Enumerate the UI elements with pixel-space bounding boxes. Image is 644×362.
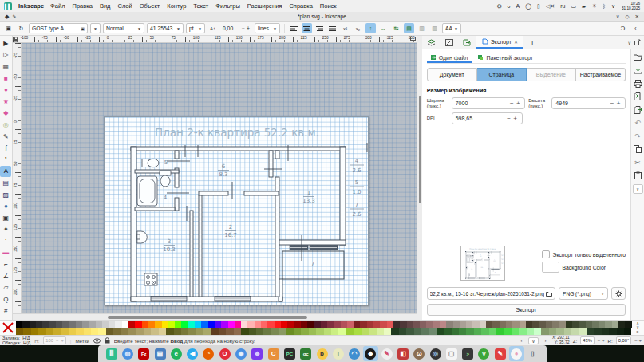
swatch-row1-58[interactable] [400,321,406,328]
swatch-row2-13[interactable] [113,328,121,335]
close-button[interactable]: ✕ [635,14,639,20]
swatch-row2-31[interactable] [249,328,256,335]
swatch-row1-68[interactable] [466,321,472,328]
swatch-row1-56[interactable] [387,321,393,328]
dock-pycharm[interactable]: PC [283,348,295,360]
font-style-select[interactable]: Normal▼ [103,23,144,33]
display-icon[interactable]: ▭ [571,2,576,10]
line-height-button[interactable]: ↕ [365,23,376,33]
dock-clion[interactable]: C [267,348,279,360]
swatch-row1-13[interactable] [102,321,109,328]
swatch-row1-46[interactable] [321,321,327,328]
dpi-input[interactable]: 598,65−+ [452,112,523,124]
palette-scroll-controls[interactable]: ∧∨≡ [631,321,644,335]
menu-7[interactable]: Текст [193,2,208,10]
layer-lock-icon[interactable] [105,337,110,344]
swatch-row2-81[interactable] [624,328,631,335]
mode-настраиваемое[interactable]: Настраиваемое [576,68,626,81]
word-spacing-button[interactable]: ↹ [391,23,401,33]
swatch-row1-67[interactable] [460,321,466,328]
swatch-row2-35[interactable] [279,328,286,335]
mode-страница[interactable]: Страница [477,68,527,81]
swatch-row1-33[interactable] [235,321,241,328]
swatch-row2-23[interactable] [188,328,196,335]
swatch-row1-85[interactable] [579,321,585,328]
swatch-row2-24[interactable] [196,328,203,335]
swatch-row2-64[interactable] [496,328,504,335]
dock-drawio[interactable]: ◧ [397,348,409,360]
swatch-row1-55[interactable] [380,321,386,328]
cut-icon[interactable]: ✂ [633,157,643,167]
swatch-row1-59[interactable] [407,321,413,328]
swatch-row1-12[interactable] [96,321,102,328]
swatch-row2-66[interactable] [512,328,519,335]
dropper-tool[interactable]: ● [0,200,11,212]
swatch-row1-61[interactable] [420,321,426,328]
swatch-row2-22[interactable] [181,328,188,335]
horizontal-scrollbar[interactable] [13,313,417,320]
display-corner-icon[interactable] [410,37,416,41]
translate-icon[interactable]: A [516,2,520,10]
canvas[interactable] [22,43,417,313]
dock-filezilla[interactable]: Fz [138,348,150,360]
dock-manjaro[interactable]: Ⅲ [105,348,117,360]
format-select[interactable]: PNG (*.png)∨ [559,287,608,300]
selector-tool[interactable]: ▶ [0,37,11,49]
swatch-row2-42[interactable] [331,328,338,335]
tab-single-file[interactable]: Один файл [427,53,473,63]
swatch-row1-6[interactable] [56,321,62,328]
tab-text[interactable]: T [525,36,539,49]
horizontal-text-button[interactable]: ▤ [404,23,414,33]
export-selected-checkbox[interactable] [542,250,550,258]
chevron-down-icon[interactable]: ∨ [611,2,615,10]
swatch-row1-49[interactable] [341,321,347,328]
swatch-row2-21[interactable] [174,328,181,335]
ruler-lock-icon[interactable] [14,37,18,42]
swatch-row2-15[interactable] [128,328,136,335]
export-settings-button[interactable] [611,287,626,300]
swatch-row1-66[interactable] [453,321,460,328]
swatch-row2-40[interactable] [316,328,323,335]
swatch-row2-38[interactable] [301,328,308,335]
open-folder-icon[interactable] [633,52,643,62]
swatch-row1-50[interactable] [347,321,354,328]
xml-tool[interactable]: # [0,305,11,317]
clock[interactable]: 10:2631.10.2025 [622,2,640,10]
pen-tool[interactable]: ∫ [0,142,11,154]
swatch-row1-57[interactable] [393,321,400,328]
swatch-row2-41[interactable] [324,328,331,335]
swatch-row1-45[interactable] [314,321,320,328]
swatch-row2-10[interactable] [91,328,98,335]
menu-9[interactable]: Расширения [247,2,282,10]
menu-2[interactable]: Правка [73,2,93,10]
swatch-row2-55[interactable] [429,328,436,335]
swatch-row2-49[interactable] [384,328,391,335]
dock-opera[interactable]: O [219,348,231,360]
swatch-row2-73[interactable] [564,328,571,335]
node-tool[interactable]: ▷ [0,49,11,61]
settings-icon[interactable]: ⛭ [497,2,502,10]
document-page[interactable] [104,116,369,305]
swatch-row1-81[interactable] [552,321,559,328]
swatch-row1-83[interactable] [566,321,572,328]
vertical-scrollbar[interactable] [417,36,422,320]
swatch-row2-59[interactable] [459,328,466,335]
dock-qcad[interactable]: qc [300,348,312,360]
swatch-row2-70[interactable] [541,328,548,335]
swatch-row2-63[interactable] [489,328,496,335]
swatch-row1-84[interactable] [572,321,579,328]
dock-bitwarden[interactable]: b [316,348,328,360]
menu-5[interactable]: Объект [140,2,160,10]
swatch-row1-88[interactable] [599,321,605,328]
swatch-row2-26[interactable] [211,328,219,335]
tool-options-icon[interactable]: ▣ [3,23,14,33]
swatch-row1-41[interactable] [287,321,294,328]
font-size-select[interactable]: 41.25543▼ [147,23,184,33]
width-input[interactable]: 7000−+ [452,97,526,109]
swatch-row1-89[interactable] [605,321,611,328]
swatch-row2-79[interactable] [609,328,616,335]
swatch-row1-25[interactable] [181,321,188,328]
swatch-row2-14[interactable] [121,328,128,335]
dock-darktable[interactable]: ◎ [429,348,441,360]
swatch-row2-75[interactable] [579,328,586,335]
